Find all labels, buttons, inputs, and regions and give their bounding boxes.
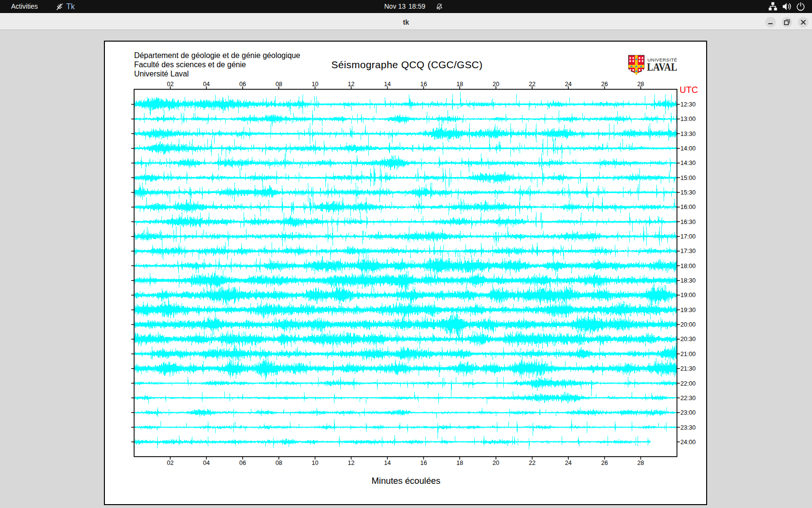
- svg-text:21:00: 21:00: [681, 351, 696, 358]
- svg-text:24:00: 24:00: [681, 439, 696, 446]
- svg-text:24: 24: [565, 81, 572, 88]
- svg-text:06: 06: [239, 81, 246, 88]
- svg-text:28: 28: [638, 81, 644, 88]
- svg-text:16: 16: [420, 81, 427, 88]
- svg-text:18: 18: [456, 81, 463, 88]
- svg-text:Minutes écoulées: Minutes écoulées: [372, 476, 440, 486]
- svg-text:24: 24: [565, 460, 572, 466]
- svg-text:23:30: 23:30: [681, 424, 696, 431]
- svg-text:22:30: 22:30: [681, 395, 696, 402]
- svg-text:06: 06: [239, 460, 246, 466]
- svg-text:17:30: 17:30: [681, 248, 696, 254]
- svg-text:16: 16: [420, 460, 427, 466]
- svg-text:Faculté des sciences et de gén: Faculté des sciences et de génie: [134, 60, 246, 69]
- svg-text:18:00: 18:00: [681, 263, 696, 269]
- svg-text:22: 22: [529, 460, 536, 466]
- svg-text:02: 02: [167, 81, 174, 88]
- svg-text:12: 12: [348, 81, 355, 88]
- svg-text:19:00: 19:00: [681, 292, 696, 299]
- svg-text:22: 22: [529, 81, 536, 88]
- svg-text:04: 04: [203, 460, 210, 466]
- svg-text:12: 12: [348, 460, 355, 466]
- svg-text:18: 18: [456, 460, 463, 466]
- svg-text:04: 04: [203, 81, 210, 88]
- svg-text:10: 10: [312, 81, 319, 88]
- svg-text:Département de géologie et de: Département de géologie et de génie géol…: [134, 51, 301, 60]
- svg-text:08: 08: [276, 460, 282, 466]
- svg-text:26: 26: [601, 81, 608, 88]
- svg-text:20: 20: [493, 460, 499, 466]
- svg-text:16:30: 16:30: [681, 219, 696, 225]
- svg-text:02: 02: [167, 460, 174, 466]
- svg-text:14: 14: [384, 81, 391, 88]
- svg-text:22:00: 22:00: [681, 380, 696, 387]
- svg-text:23:00: 23:00: [681, 409, 696, 416]
- svg-text:26: 26: [601, 460, 608, 466]
- svg-text:13:00: 13:00: [681, 116, 696, 122]
- svg-text:19:30: 19:30: [681, 307, 696, 314]
- svg-text:15:00: 15:00: [681, 175, 696, 181]
- svg-text:28: 28: [638, 460, 644, 466]
- svg-text:LAVAL: LAVAL: [647, 61, 678, 73]
- svg-text:13:30: 13:30: [681, 131, 696, 137]
- svg-text:20: 20: [493, 81, 499, 88]
- svg-text:21:30: 21:30: [681, 365, 696, 372]
- svg-text:20:00: 20:00: [681, 321, 696, 328]
- svg-text:16:00: 16:00: [681, 204, 696, 210]
- svg-text:14:30: 14:30: [681, 160, 696, 166]
- svg-text:15:30: 15:30: [681, 189, 696, 196]
- svg-text:14:00: 14:00: [681, 145, 696, 152]
- svg-text:08: 08: [276, 81, 282, 88]
- svg-text:17:00: 17:00: [681, 233, 696, 240]
- svg-text:20:30: 20:30: [681, 336, 696, 343]
- svg-text:Université Laval: Université Laval: [134, 70, 189, 78]
- svg-text:10: 10: [312, 460, 319, 466]
- svg-text:Séismographe QCQ (CGC/GSC): Séismographe QCQ (CGC/GSC): [331, 59, 482, 70]
- svg-text:12:30: 12:30: [681, 101, 696, 108]
- svg-text:14: 14: [384, 460, 391, 466]
- svg-text:18:30: 18:30: [681, 277, 696, 284]
- svg-text:UTC: UTC: [680, 85, 698, 95]
